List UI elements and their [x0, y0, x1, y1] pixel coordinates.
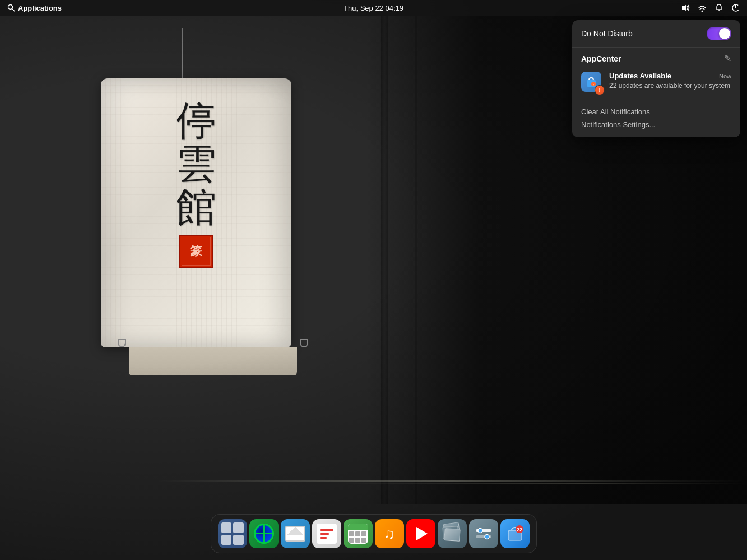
notification-content: Updates Available Now 22 updates are ava…: [609, 72, 731, 91]
appcenter-section-pin-icon[interactable]: ✎: [724, 53, 731, 64]
menubar-left: Applications: [7, 3, 62, 12]
menubar-datetime: Thu, Sep 22 04:19: [344, 4, 403, 12]
notification-item: ↑ ! Updates Available Now 22 updates are…: [572, 67, 740, 101]
notification-time: Now: [719, 73, 731, 80]
calendar-icon: [348, 524, 368, 544]
notification-title-row: Updates Available Now: [609, 72, 731, 80]
svg-point-12: [478, 529, 482, 533]
dock-item-calendar[interactable]: [344, 519, 373, 548]
clear-all-link[interactable]: Clear All Notifications: [581, 106, 731, 118]
wallpaper-light-streak: [157, 480, 747, 482]
notification-body: 22 updates are available for your system: [609, 81, 731, 91]
mail-envelope-icon: [285, 526, 305, 542]
notification-icon[interactable]: [714, 3, 723, 12]
menubar-app-name[interactable]: Applications: [18, 4, 62, 12]
dock: ♫ 22: [211, 514, 537, 553]
menubar-right: [681, 3, 740, 12]
music-note-icon: ♫: [384, 525, 395, 543]
power-icon[interactable]: [731, 3, 740, 12]
dock-item-multitasking[interactable]: [218, 519, 247, 548]
dock-item-settings[interactable]: [469, 519, 498, 548]
dock-item-music[interactable]: ♫: [375, 519, 404, 548]
photos-stack-icon: [442, 523, 463, 544]
dock-item-appcenter[interactable]: 22: [500, 519, 530, 548]
appcenter-section-header: AppCenter ✎: [572, 48, 740, 67]
notification-actions: Clear All Notifications Notifications Se…: [572, 101, 740, 137]
volume-icon[interactable]: [681, 3, 690, 12]
svg-marker-2: [682, 4, 686, 11]
wallpaper-pillar2: [415, 0, 417, 504]
app-search-icon[interactable]: [7, 3, 16, 12]
svg-point-3: [702, 11, 703, 12]
svg-line-1: [12, 9, 15, 12]
notification-panel: Do Not Disturb AppCenter ✎ ↑ ! Upda: [572, 20, 740, 137]
dnd-toggle-knob: [719, 28, 730, 39]
youtube-play-icon: [416, 527, 428, 540]
tasks-icon: [317, 524, 337, 544]
wallpaper-pillar: [381, 0, 388, 504]
notification-app-icon: ↑ !: [581, 72, 604, 94]
dnd-toggle[interactable]: [707, 27, 731, 40]
notification-settings-link[interactable]: Notifications Settings...: [581, 119, 731, 130]
dock-item-tasks[interactable]: [312, 519, 341, 548]
dock-item-browser[interactable]: [249, 519, 279, 548]
appcenter-section-title: AppCenter: [581, 54, 621, 63]
wallpaper-lantern: 停 雲 館 篆: [56, 28, 370, 375]
notification-badge: !: [595, 85, 605, 95]
wallpaper-light-streak2: [336, 483, 747, 484]
notification-title: Updates Available: [609, 72, 671, 80]
browser-globe-icon: [254, 524, 274, 544]
svg-text:22: 22: [516, 527, 522, 533]
svg-text:↑: ↑: [592, 83, 595, 87]
dnd-label: Do Not Disturb: [581, 29, 633, 38]
dnd-row: Do Not Disturb: [572, 20, 740, 48]
appcenter-dock-icon: 22: [505, 524, 525, 544]
svg-point-13: [485, 535, 489, 539]
settings-toggle-icon: [474, 524, 494, 544]
dock-item-mail[interactable]: [281, 519, 310, 548]
menubar: Applications Thu, Sep 22 04:19: [0, 0, 747, 16]
cast-icon[interactable]: [698, 3, 707, 12]
dock-item-youtube[interactable]: [406, 519, 435, 548]
dock-item-photos[interactable]: [438, 519, 467, 548]
